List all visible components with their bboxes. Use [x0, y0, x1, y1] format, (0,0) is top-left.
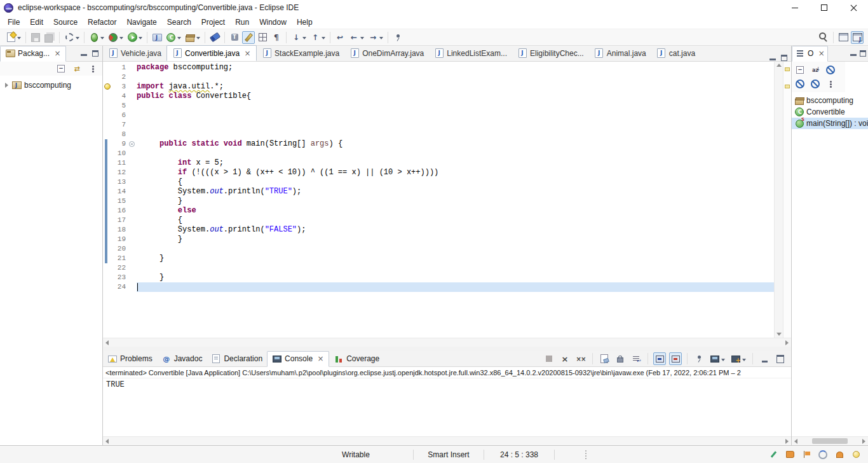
- code-line-17[interactable]: 17 {: [103, 216, 774, 225]
- code-text[interactable]: [137, 130, 774, 139]
- remove-all-terminated-button[interactable]: [574, 352, 587, 365]
- minimize-view-icon[interactable]: [770, 55, 776, 61]
- line-number[interactable]: 16: [112, 206, 128, 216]
- code-text[interactable]: [137, 73, 774, 82]
- line-number[interactable]: 3: [112, 82, 128, 92]
- code-line-21[interactable]: 21 }: [103, 254, 774, 263]
- line-number[interactable]: 19: [112, 235, 128, 244]
- outline-item-main[interactable]: main(String[]) : voi: [792, 118, 868, 129]
- dropdown-arrow-icon[interactable]: [360, 37, 364, 41]
- line-number[interactable]: 20: [112, 244, 128, 254]
- warning-marker-icon[interactable]: [785, 67, 790, 71]
- view-tab-outline[interactable]: O: [792, 46, 828, 62]
- code-text[interactable]: import java.util.*;: [137, 82, 774, 92]
- terminate-button[interactable]: [543, 352, 555, 365]
- line-number[interactable]: 22: [112, 263, 128, 273]
- collapse-fold-icon[interactable]: [129, 141, 135, 147]
- code-text[interactable]: }: [137, 273, 774, 282]
- search-button[interactable]: [208, 31, 221, 44]
- external-tools-button[interactable]: [63, 31, 81, 44]
- editor-tab-Convertible.java[interactable]: Convertible.java: [166, 45, 257, 61]
- maximize-view-icon[interactable]: [92, 50, 98, 57]
- editor-tab-Vehicle.java[interactable]: Vehicle.java: [103, 45, 166, 61]
- hide-static-members-toggle[interactable]: [794, 78, 806, 90]
- open-perspective-button[interactable]: [837, 31, 850, 44]
- word-wrap-toggle[interactable]: [630, 352, 642, 365]
- line-number[interactable]: 9: [112, 139, 128, 149]
- menu-project[interactable]: Project: [196, 16, 230, 29]
- code-line-16[interactable]: 16 else: [103, 206, 774, 216]
- code-text[interactable]: {: [137, 216, 774, 225]
- scroll-left-icon[interactable]: [105, 439, 109, 444]
- show-stderr-toggle[interactable]: [669, 352, 682, 365]
- scroll-right-icon[interactable]: [785, 439, 789, 444]
- link-with-editor-toggle[interactable]: [71, 62, 83, 75]
- open-console-button[interactable]: [729, 352, 747, 365]
- scroll-up-icon[interactable]: [776, 64, 782, 67]
- console-horizontal-scrollbar[interactable]: [103, 436, 791, 445]
- code-text[interactable]: [137, 120, 774, 130]
- dropdown-arrow-icon[interactable]: [379, 37, 383, 41]
- close-tab-icon[interactable]: [244, 50, 251, 57]
- scroll-down-icon[interactable]: [776, 333, 782, 336]
- outline-item-bsccomputing[interactable]: bsccomputing: [792, 95, 868, 106]
- code-text[interactable]: [137, 282, 774, 292]
- scrollbar-thumb[interactable]: [812, 438, 848, 444]
- menu-help[interactable]: Help: [292, 16, 318, 29]
- code-text[interactable]: {: [137, 177, 774, 187]
- collapse-all-button[interactable]: [55, 62, 67, 75]
- menu-window[interactable]: Window: [254, 16, 292, 29]
- line-number[interactable]: 4: [112, 92, 128, 101]
- code-line-11[interactable]: 11 int x = 5;: [103, 158, 774, 168]
- debug-button[interactable]: [88, 31, 105, 44]
- outline-horizontal-scrollbar[interactable]: [792, 436, 868, 445]
- code-text[interactable]: [137, 111, 774, 120]
- close-view-icon[interactable]: [818, 50, 825, 57]
- scroll-right-icon[interactable]: [862, 439, 865, 444]
- format-button[interactable]: [256, 31, 269, 44]
- scroll-left-icon[interactable]: [105, 340, 109, 345]
- editor-tab-OneDimArray.java[interactable]: OneDimArray.java: [344, 45, 429, 61]
- code-line-15[interactable]: 15 }: [103, 197, 774, 206]
- code-text[interactable]: public class Convertible{: [137, 92, 774, 101]
- maximize-window-button[interactable]: [810, 0, 839, 15]
- forward-button[interactable]: [367, 31, 384, 44]
- line-number[interactable]: 23: [112, 273, 128, 282]
- new-package-button[interactable]: [184, 31, 201, 44]
- code-text[interactable]: }: [137, 235, 774, 244]
- scroll-right-icon[interactable]: [785, 340, 789, 345]
- code-line-4[interactable]: 4public class Convertible{: [103, 92, 774, 101]
- warning-marker-icon[interactable]: [785, 85, 790, 88]
- new-java-project-button[interactable]: [151, 31, 163, 44]
- code-text[interactable]: }: [137, 197, 774, 206]
- line-number[interactable]: 6: [112, 111, 128, 120]
- editor-horizontal-scrollbar[interactable]: [103, 338, 791, 347]
- code-line-10[interactable]: 10: [103, 149, 774, 158]
- menu-edit[interactable]: Edit: [25, 16, 48, 29]
- coverage-button[interactable]: [107, 31, 125, 44]
- insert-mode-status[interactable]: Smart Insert: [414, 450, 484, 459]
- java-perspective-button[interactable]: [851, 31, 864, 44]
- dropdown-arrow-icon[interactable]: [139, 37, 142, 41]
- view-menu-button[interactable]: [86, 62, 99, 75]
- code-text[interactable]: int x = 5;: [137, 158, 774, 168]
- code-text[interactable]: else: [137, 206, 774, 216]
- mark-occurrences-toggle[interactable]: [242, 31, 255, 44]
- new-class-button[interactable]: [165, 31, 182, 44]
- dropdown-arrow-icon[interactable]: [119, 37, 123, 41]
- line-number[interactable]: 24: [112, 282, 128, 292]
- editor-vertical-scrollbar[interactable]: [774, 62, 783, 338]
- code-line-20[interactable]: 20: [103, 244, 774, 254]
- line-number[interactable]: 10: [112, 149, 128, 158]
- code-line-18[interactable]: 18 System.out.println("FALSE");: [103, 225, 774, 235]
- line-number[interactable]: 13: [112, 177, 128, 187]
- code-line-23[interactable]: 23 }: [103, 273, 774, 282]
- menu-search[interactable]: Search: [162, 16, 196, 29]
- editor-tab-EligibilityChec...[interactable]: EligibilityChec...: [512, 45, 589, 61]
- code-line-24[interactable]: 24: [103, 282, 774, 292]
- view-tab-coverage[interactable]: Coverage: [329, 351, 384, 367]
- maximize-view-icon[interactable]: [860, 50, 866, 57]
- view-tab-declaration[interactable]: Declaration: [207, 351, 267, 367]
- line-number[interactable]: 7: [112, 120, 128, 130]
- minimize-view-icon[interactable]: [850, 50, 857, 57]
